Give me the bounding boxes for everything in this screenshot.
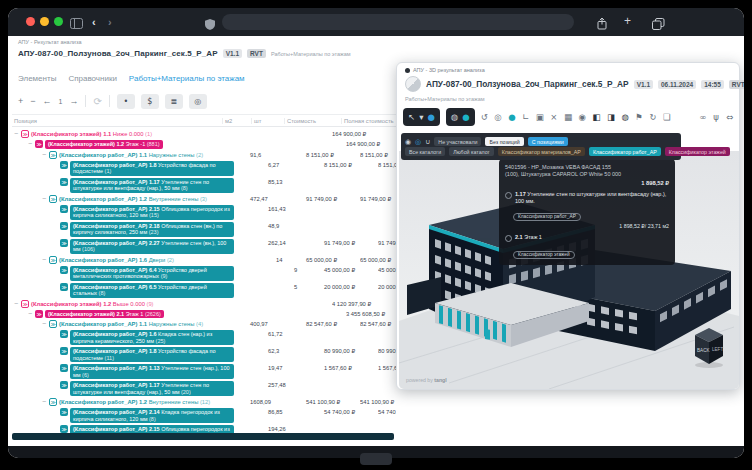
collapse-icon[interactable]: − [42, 320, 49, 328]
collapse-icon[interactable]: − [42, 151, 49, 159]
table-row[interactable]: ≫(Классификатор работ_АР) 6.5 Устройство… [12, 283, 396, 298]
close-window-button[interactable] [26, 17, 35, 26]
table-row[interactable]: −≫(Классификатор этажей) 2.1 Этаж 1 (262… [12, 310, 396, 319]
row-badge[interactable]: (Классификатор работ_АР) 2.14 Кладка пер… [70, 408, 234, 423]
horizontal-scrollbar[interactable] [12, 433, 394, 440]
column-m2[interactable]: м2 [223, 118, 252, 124]
show-all-icon[interactable]: ◉ [405, 138, 411, 146]
table-row[interactable]: −≫(Классификатор работ_АР) 1.2 Внутренни… [12, 195, 396, 203]
catalog-pill-magenta[interactable]: Классификатор этажей [665, 147, 730, 156]
level-down-button[interactable]: ← [43, 96, 52, 106]
copy-view-icon[interactable]: ❏ [663, 108, 671, 126]
tab-elements[interactable]: Элементы [18, 74, 56, 83]
row-badge[interactable]: (Классификатор работ_АР) 1.6 Кладка стен… [70, 330, 234, 345]
table-row[interactable]: −≫(Классификатор работ_АР) 1.6 Двери (2)… [12, 256, 396, 264]
filter-pill-blue[interactable]: С позициями [528, 137, 568, 146]
row-badge[interactable]: (Классификатор этажей) 1.2 Этаж -1 (881) [45, 140, 163, 149]
row-badge[interactable]: (Классификатор работ_АР) 1.13 Утепление … [70, 364, 234, 379]
new-tab-button[interactable]: + [624, 14, 631, 28]
table-row[interactable]: ≫(Классификатор работ_АР) 6.4 Устройство… [12, 266, 396, 281]
collapse-icon[interactable]: − [14, 130, 21, 138]
shield-icon[interactable] [205, 16, 215, 34]
reveal-elements-icon[interactable]: ◍ [621, 108, 628, 126]
section-box-icon[interactable]: ▦ [564, 108, 572, 126]
row-badge[interactable]: (Классификатор работ_АР) 6.4 Устройство … [70, 266, 234, 281]
column-qty[interactable]: шт [252, 118, 285, 124]
table-row[interactable]: ≫(Классификатор работ_АР) 2.27 Утепление… [12, 239, 396, 254]
chevron-down-icon[interactable]: ▾ [419, 108, 423, 126]
collapse-icon[interactable]: − [42, 195, 49, 203]
row-badge[interactable]: (Классификатор работ_АР) 2.15 Облицовка … [70, 205, 234, 220]
table-row[interactable]: ≫(Классификатор работ_АР) 2.18 Облицовка… [12, 222, 396, 237]
table-row[interactable]: ≫(Классификатор работ_АР) 1.8 Устройство… [12, 161, 396, 176]
table-row[interactable]: ≫(Классификатор работ_АР) 1.17 Утепление… [12, 381, 396, 396]
collapse-icon[interactable]: − [42, 398, 49, 406]
flag-icon[interactable]: ⚑ [635, 108, 643, 126]
cube-face-left[interactable]: LEFT [712, 347, 723, 352]
refresh-icon[interactable]: ⟳ [93, 96, 101, 107]
share-icon[interactable] [596, 16, 608, 34]
table-row[interactable]: −≫(Классификатор работ_АР) 1.1 Наружные … [12, 151, 396, 159]
collapse-icon[interactable]: − [28, 140, 35, 148]
ghost-view-icon[interactable]: ◍ [451, 108, 458, 126]
table-row[interactable]: −≫(Классификатор этажей) 1.2 Выше 0.000 … [12, 300, 396, 308]
measure-icon[interactable]: ∟ [522, 108, 529, 126]
currency-mode-button[interactable]: $ [141, 94, 159, 109]
forward-button[interactable]: › [108, 15, 112, 29]
ghost-others-icon[interactable]: ∪ [425, 138, 430, 146]
expand-panel-icon[interactable]: ⇔ [726, 108, 733, 126]
expand-all-button[interactable]: + [18, 96, 23, 106]
isolate-elements-icon[interactable]: ◨ [607, 108, 615, 126]
collapse-all-button[interactable]: − [30, 96, 35, 106]
table-row[interactable]: −≫(Классификатор этажей) 1.1 Ниже 0.000 … [12, 130, 396, 138]
home-view-icon[interactable]: ◎ [494, 108, 501, 126]
table-row[interactable]: −≫(Классификатор работ_АР) 1.1 Наружные … [12, 320, 396, 328]
clip-plane-icon[interactable]: × [550, 108, 557, 126]
table-row[interactable]: ≫(Классификатор работ_АР) 1.8 Устройство… [12, 347, 396, 362]
zoom-window-button[interactable] [54, 17, 63, 26]
row-badge[interactable]: (Классификатор работ_АР) 1.17 Утепление … [70, 381, 234, 396]
back-button[interactable]: ‹ [92, 15, 96, 29]
catalog-pill-teal[interactable]: Классификатор работ_АР [589, 147, 661, 156]
collapse-icon[interactable]: − [28, 310, 35, 318]
row-badge[interactable]: (Классификатор работ_АР) 1.8 Устройство … [70, 161, 234, 176]
filter-pill-dark[interactable]: Не участвовали [434, 137, 481, 146]
row-badge[interactable]: (Классификатор работ_АР) 1.8 Устройство … [70, 347, 234, 362]
filter-pill-light[interactable]: Без позиций [485, 137, 523, 146]
minimize-window-button[interactable] [40, 17, 49, 26]
address-bar[interactable] [222, 14, 574, 30]
navigation-cube[interactable]: BACK LEFT [689, 323, 729, 369]
table-row[interactable]: ≫(Классификатор работ_АР) 2.14 Кладка пе… [12, 408, 396, 423]
row-badge[interactable]: (Классификатор работ_АР) 2.27 Утепление … [70, 239, 234, 254]
catalog-pill-brown[interactable]: Классификатор материалов_АР [498, 147, 585, 156]
focus-icon[interactable]: ◉ [578, 108, 585, 126]
list-mode-button[interactable]: ≣ [165, 94, 183, 109]
row-badge[interactable]: (Классификатор работ_АР) 2.18 Облицовка … [70, 222, 234, 237]
model-tree-icon[interactable]: ψ [713, 108, 719, 126]
color-view-icon[interactable]: ● [462, 108, 469, 126]
catalog-pill-dark[interactable]: Любой каталог [449, 147, 493, 156]
catalog-pill-dark[interactable]: Все каталоги [405, 147, 445, 156]
select-cursor-icon[interactable]: ↖ [408, 108, 415, 126]
reset-colors-icon[interactable]: ↻ [649, 108, 656, 126]
tab-references[interactable]: Справочники [68, 74, 116, 83]
row-badge[interactable]: (Классификатор работ_АР) 1.17 Утепление … [70, 178, 234, 193]
table-row[interactable]: ≫(Классификатор работ_АР) 1.13 Утепление… [12, 364, 396, 379]
dot-mode-button[interactable]: • [117, 94, 135, 109]
tab-works-materials[interactable]: Работы+Материалы по этажам [129, 74, 245, 83]
select-point-icon[interactable]: ● [508, 108, 515, 126]
collapse-icon[interactable]: − [14, 300, 21, 308]
table-row[interactable]: ≫(Классификатор работ_АР) 2.15 Облицовка… [12, 205, 396, 220]
row-badge[interactable]: (Классификатор работ_АР) 6.5 Устройство … [70, 283, 234, 298]
level-up-button[interactable]: → [69, 96, 78, 106]
orbit-icon[interactable]: ↺ [481, 108, 488, 126]
table-row[interactable]: ≫(Классификатор работ_АР) 1.6 Кладка сте… [12, 330, 396, 345]
sidebar-toggle-icon[interactable] [70, 15, 83, 33]
link-icon[interactable]: ∞ [699, 108, 706, 126]
table-row[interactable]: ≫(Классификатор работ_АР) 1.17 Утепление… [12, 178, 396, 193]
table-row[interactable]: −≫(Классификатор работ_АР) 1.2 Внутренни… [12, 398, 396, 406]
paint-selection-icon[interactable]: ● [427, 108, 434, 126]
collapse-icon[interactable]: − [42, 256, 49, 264]
fit-view-icon[interactable]: ▣ [536, 108, 544, 126]
hide-elements-icon[interactable]: ◧ [592, 108, 600, 126]
